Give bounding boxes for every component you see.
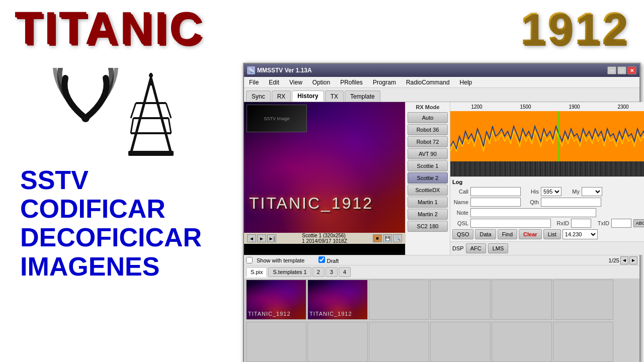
prev-button[interactable]: ◄ xyxy=(247,234,256,242)
zoom-tool[interactable]: 🔍 xyxy=(393,234,402,242)
spectrum-display[interactable] xyxy=(450,111,644,161)
tab-rx[interactable]: RX xyxy=(272,90,291,102)
rx-robot36[interactable]: Robot 36 xyxy=(408,124,448,135)
page-prev-button[interactable]: ◄ xyxy=(620,256,628,264)
image-info: Scottie 1 (320x256) 1 2014/09/17 1018Z xyxy=(302,233,347,244)
rx-sc2180[interactable]: SC2 180 xyxy=(408,221,448,232)
sstv-line3: DECOFICICAR xyxy=(20,223,242,252)
qth-label: Qth xyxy=(523,199,539,205)
qsl-input[interactable] xyxy=(470,219,551,228)
thumb-11[interactable] xyxy=(492,322,552,362)
tab-stemplates3[interactable]: 3 xyxy=(326,267,338,277)
sstv-line4: IMAGENES xyxy=(20,252,242,281)
afc-button[interactable]: AFC xyxy=(466,243,486,253)
rxid-input[interactable] xyxy=(571,219,591,228)
titanic-header: TITANIC 1912 xyxy=(0,0,644,58)
thumb-4[interactable] xyxy=(430,280,491,320)
window-controls[interactable]: ─ □ ✕ xyxy=(607,66,636,74)
thumb-6[interactable] xyxy=(553,280,613,320)
tab-history[interactable]: History xyxy=(292,90,324,102)
thumb-1[interactable]: TITANIC_1912 xyxy=(246,280,306,320)
nav-controls[interactable]: ◄ ► ►| xyxy=(247,234,276,242)
show-template-row: Show with template Draft 1/25 ◄ ► xyxy=(244,255,639,265)
call-input[interactable] xyxy=(470,187,521,196)
color-tool[interactable]: ■ xyxy=(373,234,382,242)
menu-radiocommand[interactable]: RadioCommand xyxy=(403,78,453,87)
menu-option[interactable]: Option xyxy=(309,78,333,87)
tab-sync[interactable]: Sync xyxy=(246,90,271,102)
freq-select[interactable]: 14.230 14.233 xyxy=(562,229,598,239)
rx-mode-panel: RX Mode Auto Robot 36 Robot 72 AVT 90 Sc… xyxy=(405,102,450,255)
rxid-label: RxID xyxy=(553,220,569,226)
menu-view[interactable]: View xyxy=(286,78,305,87)
page-next-button[interactable]: ► xyxy=(629,256,637,264)
tab-template[interactable]: Template xyxy=(345,90,380,102)
name-input[interactable] xyxy=(470,198,521,207)
thumb-3[interactable] xyxy=(369,280,429,320)
next-button[interactable]: ► xyxy=(257,234,266,242)
svg-rect-16 xyxy=(450,161,644,176)
log-buttons: QSO Data Find Clear List 14.230 14.233 xyxy=(452,229,644,239)
rx-martin2[interactable]: Martin 2 xyxy=(408,209,448,220)
clear-button[interactable]: Clear xyxy=(519,229,542,239)
maximize-button[interactable]: □ xyxy=(617,66,626,74)
rx-avt90[interactable]: AVT 90 xyxy=(408,148,448,159)
find-button[interactable]: Find xyxy=(498,229,517,239)
close-button[interactable]: ✕ xyxy=(627,66,636,74)
thumb-5[interactable] xyxy=(492,280,552,320)
svg-line-9 xyxy=(131,103,136,118)
minimize-button[interactable]: ─ xyxy=(607,66,616,74)
waterfall-svg xyxy=(450,161,644,176)
name-label: Name xyxy=(452,199,468,205)
freq-1500: 1500 xyxy=(520,104,531,110)
tab-stemplates4[interactable]: 4 xyxy=(339,267,351,277)
my-select[interactable]: 599 xyxy=(582,187,602,196)
rx-robot72[interactable]: Robot 72 xyxy=(408,136,448,147)
thumb-10[interactable] xyxy=(430,322,491,362)
thumb-12[interactable] xyxy=(553,322,613,362)
thumb-9[interactable] xyxy=(369,322,429,362)
menu-edit[interactable]: Edit xyxy=(266,78,282,87)
tab-tx[interactable]: TX xyxy=(325,90,344,102)
qth-input[interactable] xyxy=(541,198,601,207)
image-tools[interactable]: ■ 💾 🔍 xyxy=(373,234,402,242)
rx-scottie2[interactable]: Scottie 2 xyxy=(408,172,448,184)
sstv-text: SSTV CODIFICAR DECOFICICAR IMAGENES xyxy=(0,166,242,281)
menu-program[interactable]: Program xyxy=(370,78,399,87)
last-button[interactable]: ►| xyxy=(267,234,276,242)
menu-file[interactable]: File xyxy=(246,78,262,87)
rx-scottie1[interactable]: Scottie 1 xyxy=(408,160,448,171)
rx-martin1[interactable]: Martin 1 xyxy=(408,197,448,208)
note-label: Note xyxy=(452,210,468,216)
qso-button[interactable]: QSO xyxy=(452,229,473,239)
spectrum-graph xyxy=(450,111,644,161)
right-panel: 1200 1500 1900 2300 xyxy=(450,102,644,255)
abc-button[interactable]: ABC xyxy=(633,219,644,227)
my-label: My xyxy=(564,189,580,195)
show-template-checkbox[interactable] xyxy=(246,257,253,263)
tab-spix[interactable]: S.pix xyxy=(246,267,267,277)
spectrum-labels: 1200 1500 1900 2300 xyxy=(450,102,644,111)
list-button[interactable]: List xyxy=(543,229,561,239)
data-button[interactable]: Data xyxy=(475,229,496,239)
window-title: MMSSTV Ver 1.13A xyxy=(257,67,312,74)
txid-input[interactable] xyxy=(611,219,631,228)
draft-checkbox[interactable] xyxy=(318,256,325,263)
menu-profiles[interactable]: PRofiles xyxy=(337,78,366,87)
thumb-2[interactable]: TITANIC_1912 xyxy=(307,280,368,320)
thumbnail-row-2 xyxy=(244,321,639,362)
thumb-7[interactable] xyxy=(246,322,306,362)
his-select[interactable]: 595 599 579 xyxy=(541,187,561,196)
note-input[interactable] xyxy=(470,208,596,217)
rx-auto[interactable]: Auto xyxy=(408,112,448,123)
menu-help[interactable]: Help xyxy=(457,78,475,87)
lms-button[interactable]: LMS xyxy=(488,243,509,253)
show-template-label: Show with template xyxy=(257,257,304,263)
tab-stemplates2[interactable]: 2 xyxy=(312,267,325,277)
tab-stemplates1[interactable]: S.templates 1 xyxy=(268,267,311,277)
thumb-8[interactable] xyxy=(307,322,368,362)
save-tool[interactable]: 💾 xyxy=(383,234,392,242)
thumbnail-row-1: TITANIC_1912 TITANIC_1912 xyxy=(244,279,639,321)
rx-scottiedx[interactable]: ScottieDX xyxy=(408,185,448,196)
freq-1900: 1900 xyxy=(569,104,580,110)
